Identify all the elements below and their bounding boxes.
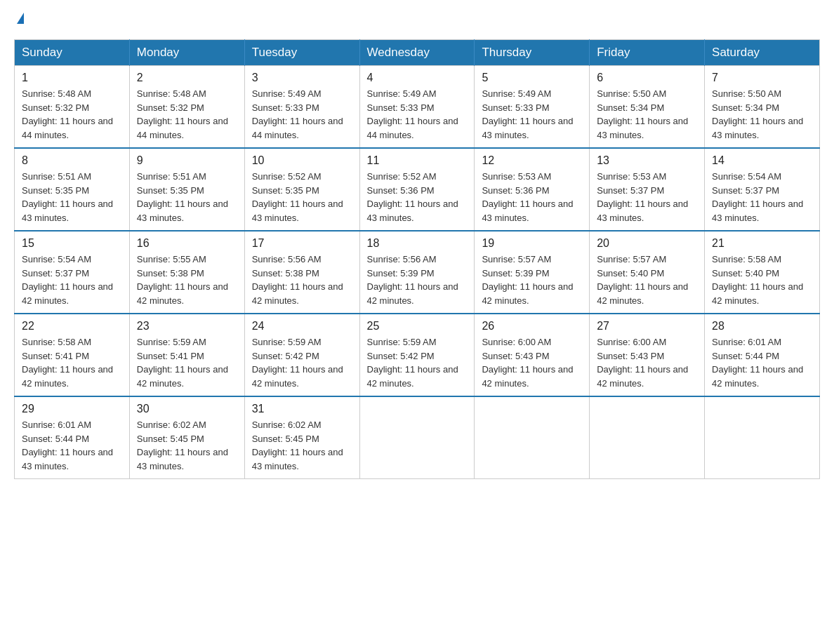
daylight-label: Daylight: 11 hours and 43 minutes.	[22, 199, 113, 223]
calendar-day-cell: 23 Sunrise: 5:59 AM Sunset: 5:41 PM Dayl…	[129, 314, 244, 396]
sunset-label: Sunset: 5:37 PM	[22, 268, 89, 279]
day-number: 5	[482, 72, 582, 84]
sunrise-label: Sunrise: 5:50 AM	[712, 88, 781, 99]
sunrise-label: Sunrise: 5:59 AM	[252, 337, 322, 347]
calendar-day-cell	[705, 396, 820, 479]
weekday-header-saturday: Saturday	[705, 40, 820, 66]
sunrise-label: Sunrise: 5:51 AM	[22, 171, 91, 182]
sunset-label: Sunset: 5:32 PM	[137, 102, 204, 113]
page-header	[14, 14, 820, 25]
daylight-label: Daylight: 11 hours and 43 minutes.	[137, 199, 228, 223]
calendar-day-cell: 22 Sunrise: 5:58 AM Sunset: 5:41 PM Dayl…	[15, 314, 130, 396]
sunrise-label: Sunrise: 5:55 AM	[137, 254, 206, 264]
sunrise-label: Sunrise: 5:57 AM	[597, 254, 666, 264]
sunset-label: Sunset: 5:45 PM	[252, 434, 319, 444]
daylight-label: Daylight: 11 hours and 42 minutes.	[252, 281, 343, 306]
daylight-label: Daylight: 11 hours and 42 minutes.	[252, 364, 343, 389]
sunrise-label: Sunrise: 6:01 AM	[22, 420, 91, 430]
sunset-label: Sunset: 5:38 PM	[137, 268, 204, 279]
calendar-day-cell: 15 Sunrise: 5:54 AM Sunset: 5:37 PM Dayl…	[15, 231, 130, 314]
calendar-day-cell: 8 Sunrise: 5:51 AM Sunset: 5:35 PM Dayli…	[15, 148, 130, 231]
sunset-label: Sunset: 5:44 PM	[22, 434, 89, 444]
day-number: 17	[252, 237, 352, 250]
sunset-label: Sunset: 5:39 PM	[367, 268, 435, 279]
day-number: 16	[137, 237, 237, 250]
day-info: Sunrise: 5:57 AM Sunset: 5:40 PM Dayligh…	[597, 253, 697, 307]
daylight-label: Daylight: 11 hours and 44 minutes.	[22, 116, 113, 140]
calendar-day-cell: 4 Sunrise: 5:49 AM Sunset: 5:33 PM Dayli…	[359, 66, 475, 149]
sunset-label: Sunset: 5:33 PM	[367, 102, 435, 113]
sunset-label: Sunset: 5:37 PM	[712, 185, 779, 196]
sunset-label: Sunset: 5:41 PM	[137, 351, 204, 361]
day-number: 28	[712, 320, 812, 333]
daylight-label: Daylight: 11 hours and 43 minutes.	[597, 116, 688, 140]
day-number: 15	[22, 237, 122, 250]
weekday-header-friday: Friday	[590, 40, 705, 66]
daylight-label: Daylight: 11 hours and 42 minutes.	[712, 281, 803, 306]
daylight-label: Daylight: 11 hours and 42 minutes.	[137, 281, 228, 306]
day-info: Sunrise: 5:50 AM Sunset: 5:34 PM Dayligh…	[712, 87, 812, 142]
calendar-day-cell: 2 Sunrise: 5:48 AM Sunset: 5:32 PM Dayli…	[129, 66, 244, 149]
day-info: Sunrise: 5:52 AM Sunset: 5:35 PM Dayligh…	[252, 170, 352, 224]
day-info: Sunrise: 6:01 AM Sunset: 5:44 PM Dayligh…	[712, 335, 812, 390]
day-info: Sunrise: 5:59 AM Sunset: 5:42 PM Dayligh…	[252, 335, 352, 390]
day-number: 29	[22, 403, 122, 415]
sunset-label: Sunset: 5:45 PM	[137, 434, 204, 444]
day-info: Sunrise: 5:51 AM Sunset: 5:35 PM Dayligh…	[22, 170, 122, 224]
daylight-label: Daylight: 11 hours and 42 minutes.	[597, 281, 688, 306]
sunset-label: Sunset: 5:43 PM	[482, 351, 549, 361]
day-number: 12	[482, 154, 582, 167]
calendar-day-cell: 26 Sunrise: 6:00 AM Sunset: 5:43 PM Dayl…	[475, 314, 590, 396]
calendar-day-cell: 29 Sunrise: 6:01 AM Sunset: 5:44 PM Dayl…	[15, 396, 130, 479]
daylight-label: Daylight: 11 hours and 43 minutes.	[22, 447, 113, 471]
sunrise-label: Sunrise: 5:54 AM	[22, 254, 91, 264]
weekday-header-monday: Monday	[129, 40, 244, 66]
daylight-label: Daylight: 11 hours and 43 minutes.	[482, 116, 573, 140]
sunrise-label: Sunrise: 6:00 AM	[597, 337, 666, 347]
calendar-header-row: SundayMondayTuesdayWednesdayThursdayFrid…	[15, 40, 820, 66]
sunrise-label: Sunrise: 5:49 AM	[367, 88, 437, 99]
weekday-header-wednesday: Wednesday	[359, 40, 475, 66]
logo-triangle-icon	[17, 13, 24, 24]
sunrise-label: Sunrise: 5:50 AM	[597, 88, 666, 99]
sunset-label: Sunset: 5:35 PM	[22, 185, 89, 196]
day-info: Sunrise: 5:56 AM Sunset: 5:38 PM Dayligh…	[252, 253, 352, 307]
calendar-day-cell: 3 Sunrise: 5:49 AM Sunset: 5:33 PM Dayli…	[244, 66, 359, 149]
sunrise-label: Sunrise: 5:54 AM	[712, 171, 781, 182]
calendar-week-row: 15 Sunrise: 5:54 AM Sunset: 5:37 PM Dayl…	[15, 231, 820, 314]
calendar-day-cell: 9 Sunrise: 5:51 AM Sunset: 5:35 PM Dayli…	[129, 148, 244, 231]
weekday-header-tuesday: Tuesday	[244, 40, 359, 66]
daylight-label: Daylight: 11 hours and 42 minutes.	[367, 364, 458, 389]
day-number: 14	[712, 154, 812, 167]
sunset-label: Sunset: 5:44 PM	[712, 351, 779, 361]
day-number: 24	[252, 320, 352, 333]
calendar-day-cell: 14 Sunrise: 5:54 AM Sunset: 5:37 PM Dayl…	[705, 148, 820, 231]
day-info: Sunrise: 5:54 AM Sunset: 5:37 PM Dayligh…	[22, 253, 122, 307]
daylight-label: Daylight: 11 hours and 43 minutes.	[252, 199, 343, 223]
sunrise-label: Sunrise: 5:53 AM	[597, 171, 666, 182]
calendar-day-cell: 30 Sunrise: 6:02 AM Sunset: 5:45 PM Dayl…	[129, 396, 244, 479]
calendar-day-cell: 5 Sunrise: 5:49 AM Sunset: 5:33 PM Dayli…	[475, 66, 590, 149]
weekday-header-sunday: Sunday	[15, 40, 130, 66]
sunrise-label: Sunrise: 5:58 AM	[22, 337, 91, 347]
day-info: Sunrise: 5:57 AM Sunset: 5:39 PM Dayligh…	[482, 253, 582, 307]
daylight-label: Daylight: 11 hours and 44 minutes.	[367, 116, 458, 140]
day-number: 4	[367, 72, 468, 84]
sunset-label: Sunset: 5:42 PM	[367, 351, 435, 361]
sunset-label: Sunset: 5:39 PM	[482, 268, 549, 279]
sunset-label: Sunset: 5:40 PM	[712, 268, 779, 279]
day-info: Sunrise: 5:49 AM Sunset: 5:33 PM Dayligh…	[367, 87, 468, 142]
calendar-day-cell: 1 Sunrise: 5:48 AM Sunset: 5:32 PM Dayli…	[15, 66, 130, 149]
daylight-label: Daylight: 11 hours and 43 minutes.	[482, 199, 573, 223]
day-number: 3	[252, 72, 352, 84]
sunrise-label: Sunrise: 5:58 AM	[712, 254, 781, 264]
calendar-day-cell: 25 Sunrise: 5:59 AM Sunset: 5:42 PM Dayl…	[359, 314, 475, 396]
sunset-label: Sunset: 5:33 PM	[482, 102, 549, 113]
sunset-label: Sunset: 5:35 PM	[252, 185, 319, 196]
day-info: Sunrise: 5:54 AM Sunset: 5:37 PM Dayligh…	[712, 170, 812, 224]
daylight-label: Daylight: 11 hours and 42 minutes.	[367, 281, 458, 306]
sunset-label: Sunset: 5:32 PM	[22, 102, 89, 113]
sunrise-label: Sunrise: 5:59 AM	[137, 337, 206, 347]
day-number: 26	[482, 320, 582, 333]
day-number: 7	[712, 72, 812, 84]
